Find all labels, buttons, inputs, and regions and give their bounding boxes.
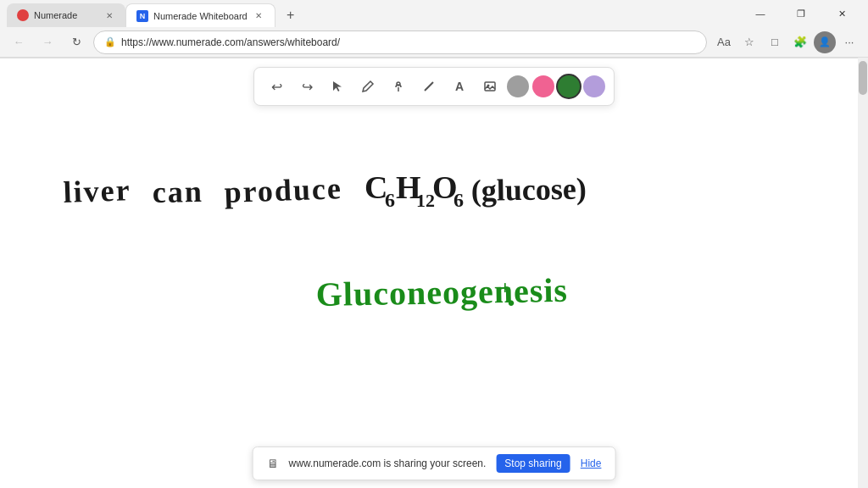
hide-button[interactable]: Hide [581,458,602,469]
url-text: https://www.numerade.com/answers/whitebo… [121,36,696,48]
profile-icon[interactable]: 👤 [814,31,836,53]
svg-text:(glucose): (glucose) [470,172,587,208]
lock-icon: 🔒 [104,36,116,47]
tab-bar: Numerade ✕ N Numerade Whiteboard ✕ + [7,0,741,27]
close-button[interactable]: ✕ [822,0,861,27]
browser-actions: Aa ☆ □ 🧩 👤 ··· [712,30,861,54]
color-purple[interactable] [583,75,605,97]
tab-whiteboard[interactable]: N Numerade Whiteboard ✕ [125,3,275,27]
screen-share-banner: 🖥 www.numerade.com is sharing your scree… [253,446,616,480]
whiteboard-canvas[interactable]: ↩ ↪ A [0,58,868,488]
title-bar: Numerade ✕ N Numerade Whiteboard ✕ + — ❐… [0,0,868,27]
svg-text:liver: liver [63,173,131,209]
undo-button[interactable]: ↩ [263,73,290,100]
extensions-button[interactable]: 🧩 [788,30,812,54]
pointer-tool-button[interactable] [385,73,412,100]
svg-text:produce: produce [224,171,343,209]
screen-share-icon: 🖥 [267,457,279,470]
tab-label-numerade: Numerade [34,10,77,20]
maximize-button[interactable]: ❐ [782,0,821,27]
scrollbar-thumb [859,61,867,95]
color-green[interactable] [558,75,580,97]
svg-text:6: 6 [385,189,395,211]
collections-button[interactable]: □ [763,30,787,54]
scrollbar-right[interactable] [858,58,868,488]
svg-text:Gluconeogenesis: Gluconeogenesis [315,271,568,313]
settings-button[interactable]: ··· [837,30,861,54]
window-controls: — ❐ ✕ [741,0,861,27]
tab-favicon-whiteboard: N [136,10,148,22]
new-tab-button[interactable]: + [279,3,303,27]
stop-sharing-button[interactable]: Stop sharing [496,454,570,473]
color-pink[interactable] [532,75,554,97]
svg-line-1 [425,82,433,91]
reading-mode-button[interactable]: Aa [712,30,736,54]
select-tool-button[interactable] [324,73,351,100]
tab-numerade[interactable]: Numerade ✕ [7,3,125,27]
forward-button[interactable]: → [36,30,59,54]
tab-close-whiteboard[interactable]: ✕ [253,10,264,22]
minimize-button[interactable]: — [741,0,780,27]
tab-favicon-numerade [17,9,29,21]
canvas-svg: liver can produce C 6 H 12 O 6 (glucose)… [0,58,868,488]
refresh-button[interactable]: ↻ [64,30,88,54]
svg-text:.: . [507,275,515,313]
text-tool-button[interactable]: A [446,73,473,100]
back-button[interactable]: ← [7,30,31,54]
screen-share-message: www.numerade.com is sharing your screen. [289,458,487,469]
tab-close-numerade[interactable]: ✕ [103,9,115,21]
tab-label-whiteboard: Numerade Whiteboard [153,11,248,21]
favorites-button[interactable]: ☆ [737,30,761,54]
pencil-tool-button[interactable] [354,73,381,100]
line-tool-button[interactable] [415,73,442,100]
redo-button[interactable]: ↪ [293,73,320,100]
url-bar[interactable]: 🔒 https://www.numerade.com/answers/white… [93,30,707,54]
svg-text:6: 6 [453,189,464,211]
toolbar: ↩ ↪ A [253,67,615,106]
color-gray[interactable] [507,75,529,97]
address-bar: ← → ↻ 🔒 https://www.numerade.com/answers… [0,27,868,58]
svg-text:can: can [152,175,203,209]
image-tool-button[interactable] [476,73,504,100]
